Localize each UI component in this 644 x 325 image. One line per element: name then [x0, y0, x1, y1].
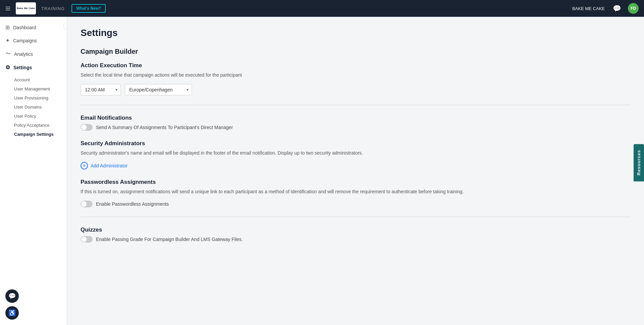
sidebar-nav: ⊞ Dashboard ✦ Campaigns 〜 Analytics ⚙ Se… — [0, 17, 67, 146]
sidebar-submenu-settings: Account User Management User Provisionin… — [0, 74, 67, 141]
sidebar-item-analytics[interactable]: 〜 Analytics — [0, 47, 67, 61]
add-icon: + — [81, 162, 88, 169]
email-toggle-label: Send A Summary Of Assignments To Partici… — [96, 125, 233, 130]
settings-icon: ⚙ — [5, 64, 10, 71]
security-admins-title: Security Administrators — [81, 140, 631, 147]
sidebar-bottom: 💬 ♿ — [0, 284, 67, 325]
top-navigation: ⊞ Bake Me Cake TRAINING What's New? BAKE… — [0, 0, 644, 17]
add-admin-label: Add Administrator — [91, 163, 128, 168]
sidebar-subitem-policy-acceptance[interactable]: Policy Acceptance — [0, 121, 67, 130]
sidebar: ‹ ⊞ Dashboard ✦ Campaigns 〜 Analytics ⚙ … — [0, 17, 67, 325]
dashboard-icon: ⊞ — [5, 24, 10, 31]
passwordless-toggle-row: Enable Passwordless Assignments — [81, 201, 631, 207]
sidebar-subitem-user-management[interactable]: User Management — [0, 84, 67, 93]
sidebar-item-label: Settings — [13, 65, 32, 70]
user-avatar[interactable]: FD — [628, 3, 639, 14]
logo-text: Bake Me Cake — [17, 7, 35, 10]
passwordless-block: Passwordless Assignments If this is turn… — [81, 179, 631, 207]
campaign-builder-title: Campaign Builder — [81, 48, 631, 55]
chat-bubble-icon: 💬 — [8, 292, 16, 300]
sidebar-subitem-account[interactable]: Account — [0, 75, 67, 84]
quizzes-title: Quizzes — [81, 227, 631, 233]
sidebar-item-campaigns[interactable]: ✦ Campaigns — [0, 34, 67, 47]
main-layout: ‹ ⊞ Dashboard ✦ Campaigns 〜 Analytics ⚙ … — [0, 17, 644, 325]
sidebar-subitem-user-provisioning[interactable]: User Provisioning — [0, 93, 67, 103]
add-administrator-button[interactable]: + Add Administrator — [81, 162, 128, 169]
passwordless-title: Passwordless Assignments — [81, 179, 631, 186]
quizzes-toggle[interactable] — [81, 236, 93, 243]
campaign-builder-section: Campaign Builder Action Execution Time S… — [81, 48, 631, 243]
logo: Bake Me Cake — [16, 2, 36, 14]
brand-label: BAKE ME CAKE — [572, 6, 605, 11]
passwordless-desc: If this is turned on, assignment notific… — [81, 188, 631, 195]
time-select[interactable]: 12:00 AM 1:00 AM 2:00 AM 6:00 AM 9:00 AM… — [81, 84, 121, 95]
sidebar-item-label: Analytics — [14, 51, 33, 57]
analytics-icon: 〜 — [5, 50, 11, 57]
chat-button[interactable]: 💬 — [5, 289, 19, 303]
sidebar-subitem-campaign-settings[interactable]: Campaign Settings — [0, 130, 67, 139]
security-admins-block: Security Administrators Security adminis… — [81, 140, 631, 169]
resources-tab[interactable]: Resources — [634, 144, 644, 181]
page-title: Settings — [81, 28, 631, 38]
sidebar-item-label: Campaigns — [13, 38, 37, 43]
passwordless-toggle-label: Enable Passwordless Assignments — [96, 201, 169, 207]
collapse-icon: ‹ — [66, 24, 67, 28]
timezone-select-wrapper: Europe/Copenhagen America/New_York Ameri… — [125, 84, 192, 95]
sidebar-item-label: Dashboard — [13, 25, 36, 30]
quizzes-toggle-row: Enable Passing Grade For Campaign Builde… — [81, 236, 631, 243]
sidebar-subitem-user-policy[interactable]: User Policy — [0, 112, 67, 121]
quizzes-block: Quizzes Enable Passing Grade For Campaig… — [81, 227, 631, 243]
email-toggle-row: Send A Summary Of Assignments To Partici… — [81, 124, 631, 131]
passwordless-toggle[interactable] — [81, 201, 93, 207]
accessibility-icon: ♿ — [8, 309, 16, 317]
chat-icon[interactable]: 💬 — [613, 4, 621, 12]
time-select-wrapper: 12:00 AM 1:00 AM 2:00 AM 6:00 AM 9:00 AM… — [81, 84, 121, 95]
sidebar-item-dashboard[interactable]: ⊞ Dashboard — [0, 21, 67, 34]
whats-new-button[interactable]: What's New? — [71, 4, 106, 13]
time-selects-row: 12:00 AM 1:00 AM 2:00 AM 6:00 AM 9:00 AM… — [81, 84, 631, 95]
email-notifications-block: Email Notifications Send A Summary Of As… — [81, 115, 631, 131]
training-label: TRAINING — [41, 6, 65, 11]
divider-1 — [81, 105, 631, 105]
grid-icon[interactable]: ⊞ — [5, 5, 10, 12]
campaigns-icon: ✦ — [5, 37, 10, 44]
accessibility-button[interactable]: ♿ — [5, 306, 19, 320]
security-admins-desc: Security administrator's name and email … — [81, 150, 631, 157]
sidebar-subitem-user-domains[interactable]: User Domains — [0, 103, 67, 112]
action-execution-desc: Select the local time that campaign acti… — [81, 72, 631, 79]
resources-label: Resources — [636, 150, 641, 175]
quizzes-toggle-label: Enable Passing Grade For Campaign Builde… — [96, 237, 243, 242]
timezone-select[interactable]: Europe/Copenhagen America/New_York Ameri… — [125, 84, 192, 95]
action-execution-block: Action Execution Time Select the local t… — [81, 62, 631, 95]
main-content: Settings Campaign Builder Action Executi… — [67, 17, 644, 325]
divider-2 — [81, 217, 631, 217]
action-execution-title: Action Execution Time — [81, 62, 631, 69]
email-notifications-toggle[interactable] — [81, 124, 93, 131]
email-notifications-title: Email Notifications — [81, 115, 631, 121]
sidebar-item-settings[interactable]: ⚙ Settings — [0, 61, 67, 74]
